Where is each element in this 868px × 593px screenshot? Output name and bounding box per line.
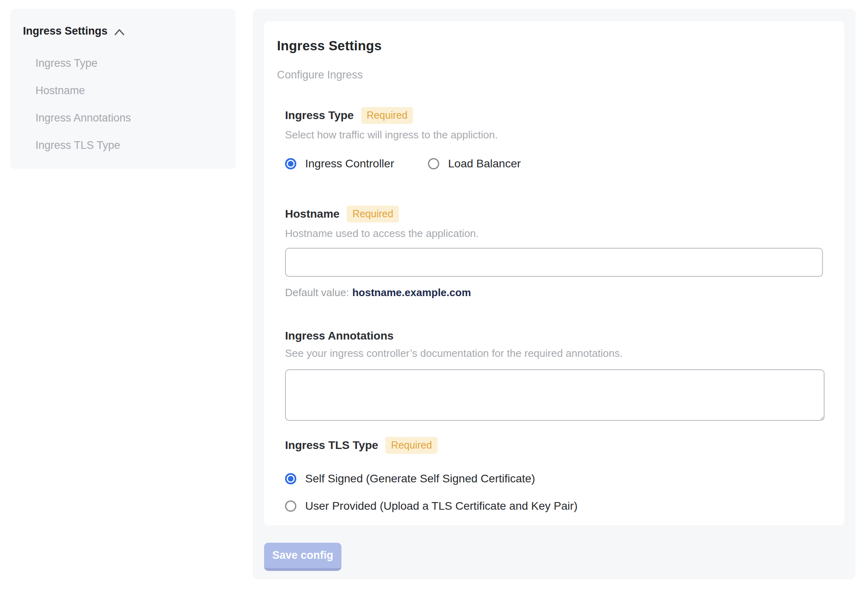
radio-load-balancer-label: Load Balancer <box>448 157 521 170</box>
default-value-prefix: Default value: <box>285 286 349 299</box>
default-value-text: hostname.example.com <box>352 286 471 299</box>
radio-selected-icon <box>285 158 296 169</box>
tls-radio-group: Self Signed (Generate Self Signed Certif… <box>285 472 825 513</box>
section-ingress-type: Ingress Type Required Select how traffic… <box>285 107 825 170</box>
chevron-up-icon <box>114 28 125 36</box>
sidebar-item-hostname[interactable]: Hostname <box>35 77 236 104</box>
radio-unselected-icon <box>285 500 296 512</box>
radio-ingress-controller[interactable]: Ingress Controller <box>285 157 394 170</box>
radio-unselected-icon <box>428 158 439 169</box>
annotations-description: See your ingress controller’s documentat… <box>285 347 825 360</box>
tls-label-row: Ingress TLS Type Required <box>285 437 825 454</box>
ingress-type-label-row: Ingress Type Required <box>285 107 825 124</box>
sidebar-group-label: Ingress Settings <box>23 25 107 37</box>
ingress-settings-card: Ingress Settings Configure Ingress Ingre… <box>264 21 844 525</box>
radio-self-signed-label: Self Signed (Generate Self Signed Certif… <box>305 472 535 485</box>
required-badge: Required <box>361 107 413 124</box>
hostname-label: Hostname <box>285 208 339 220</box>
radio-user-provided-label: User Provided (Upload a TLS Certificate … <box>305 500 577 513</box>
radio-selected-icon <box>285 473 296 484</box>
page-subtitle: Configure Ingress <box>277 69 825 81</box>
hostname-description: Hostname used to access the application. <box>285 227 825 240</box>
hostname-input[interactable] <box>285 248 823 277</box>
sidebar-item-ingress-annotations[interactable]: Ingress Annotations <box>35 104 236 132</box>
section-ingress-annotations: Ingress Annotations See your ingress con… <box>285 329 825 421</box>
required-badge: Required <box>385 437 437 454</box>
annotations-label: Ingress Annotations <box>285 329 394 342</box>
hostname-label-row: Hostname Required <box>285 206 825 222</box>
page-title: Ingress Settings <box>277 38 825 54</box>
sidebar-group-ingress-settings[interactable]: Ingress Settings <box>23 25 236 37</box>
radio-ingress-controller-label: Ingress Controller <box>305 157 394 170</box>
required-badge: Required <box>347 206 399 222</box>
annotations-label-row: Ingress Annotations <box>285 329 825 342</box>
ingress-type-label: Ingress Type <box>285 109 354 122</box>
form-sections: Ingress Type Required Select how traffic… <box>285 107 825 513</box>
ingress-type-radio-group: Ingress Controller Load Balancer <box>285 157 825 170</box>
radio-self-signed[interactable]: Self Signed (Generate Self Signed Certif… <box>285 472 825 485</box>
radio-user-provided[interactable]: User Provided (Upload a TLS Certificate … <box>285 500 825 513</box>
config-nav-sidebar: Ingress Settings Ingress Type Hostname I… <box>10 9 236 169</box>
sidebar-item-ingress-tls-type[interactable]: Ingress TLS Type <box>35 132 236 159</box>
sidebar-item-ingress-type[interactable]: Ingress Type <box>35 49 236 77</box>
section-ingress-tls-type: Ingress TLS Type Required Self Signed (G… <box>285 437 825 513</box>
tls-label: Ingress TLS Type <box>285 439 378 452</box>
save-config-button[interactable]: Save config <box>264 543 341 571</box>
sidebar-item-list: Ingress Type Hostname Ingress Annotation… <box>23 49 236 159</box>
config-main-panel: Ingress Settings Configure Ingress Ingre… <box>253 9 856 579</box>
ingress-type-description: Select how traffic will ingress to the a… <box>285 129 825 141</box>
section-hostname: Hostname Required Hostname used to acces… <box>285 206 825 299</box>
hostname-default-line: Default value:hostname.example.com <box>285 286 825 299</box>
annotations-textarea[interactable] <box>285 369 825 421</box>
radio-load-balancer[interactable]: Load Balancer <box>428 157 521 170</box>
